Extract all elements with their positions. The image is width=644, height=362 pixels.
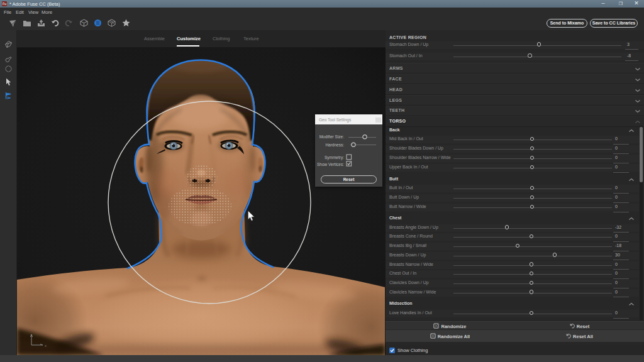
svg-text:x: x [45,344,47,348]
